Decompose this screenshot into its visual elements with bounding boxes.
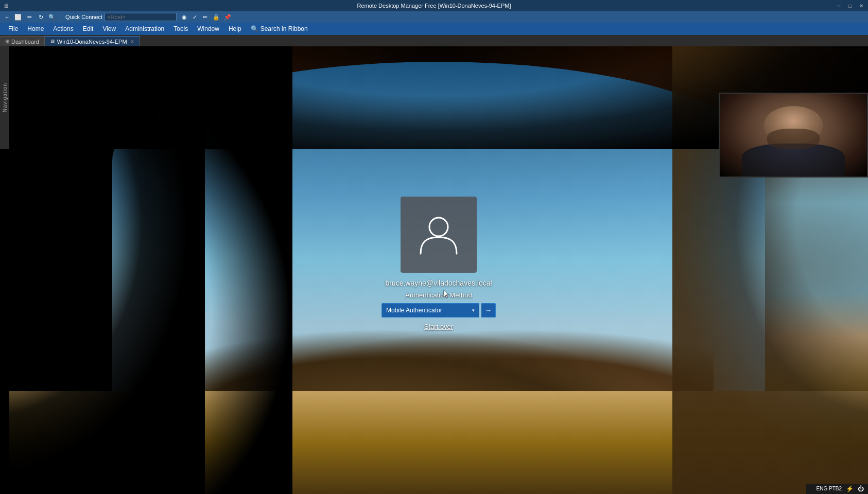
- toolbar: ＋ ⬜ ✏ ↻ 🔍 Quick Connect ◉ ✓ ✏ 🔒 📌: [0, 11, 868, 23]
- refresh-button[interactable]: ↻: [36, 12, 45, 22]
- tab-bar: ⊞ Dashboard 🖥 Win10-DonaNeves-94-EPM ✕: [0, 35, 868, 46]
- nav-panel: Navigation: [0, 46, 9, 149]
- search-ribbon-button[interactable]: 🔍 Search in Ribbon: [247, 24, 312, 33]
- search-button[interactable]: 🔍: [47, 12, 57, 22]
- user-avatar-icon: [415, 211, 462, 258]
- menu-window[interactable]: Window: [193, 24, 223, 33]
- open-button[interactable]: ⬜: [13, 12, 23, 22]
- person-simulation: [720, 94, 867, 177]
- search-ribbon-icon: 🔍: [251, 25, 258, 32]
- power-icon[interactable]: ⏻: [858, 485, 864, 492]
- webcam-overlay: [719, 93, 868, 178]
- check-button[interactable]: ✓: [190, 12, 199, 22]
- dashboard-tab-label: Dashboard: [11, 39, 39, 45]
- battery-icon[interactable]: ⚡: [846, 485, 854, 492]
- person-beard: [767, 129, 820, 149]
- pin-button[interactable]: 📌: [223, 12, 232, 22]
- lock-button[interactable]: 🔒: [212, 12, 221, 22]
- window-title: Remote Desktop Manager Free [Win10-DonaN…: [357, 3, 511, 9]
- rdp-tab-icon: 🖥: [50, 39, 55, 44]
- status-bar: ENG PTB2 ⚡ ⏻: [806, 484, 868, 494]
- menu-edit[interactable]: Edit: [79, 24, 98, 33]
- auth-dropdown-value: Mobile Authenticator: [386, 307, 442, 314]
- user-avatar-box: [401, 197, 477, 273]
- connect-button[interactable]: ◉: [180, 12, 189, 22]
- login-box: bruce.wayne@viladochaves.local Authentic…: [381, 197, 496, 330]
- auth-method-row: Mobile Authenticator ▾ →: [381, 303, 496, 317]
- pencil-button[interactable]: ✏: [200, 12, 210, 22]
- tab-win10-donaneves[interactable]: 🖥 Win10-DonaNeves-94-EPM ✕: [45, 36, 140, 46]
- maximize-button[interactable]: □: [846, 2, 854, 9]
- menu-help[interactable]: Help: [224, 24, 246, 33]
- menu-home[interactable]: Home: [23, 24, 48, 33]
- tab-close-button[interactable]: ✕: [130, 39, 134, 44]
- start-over-link[interactable]: Start over: [424, 323, 453, 330]
- auth-go-button[interactable]: →: [481, 303, 496, 317]
- menu-actions[interactable]: Actions: [49, 24, 77, 33]
- rdp-tab-label: Win10-DonaNeves-94-EPM: [57, 39, 127, 45]
- nav-panel-label: Navigation: [2, 83, 8, 112]
- auth-dropdown[interactable]: Mobile Authenticator ▾: [381, 303, 479, 317]
- auth-dropdown-wrapper: Mobile Authenticator ▾: [381, 303, 479, 317]
- webcam-feed: [720, 94, 867, 177]
- menu-tools[interactable]: Tools: [169, 24, 192, 33]
- search-ribbon-label: Search in Ribbon: [261, 25, 308, 32]
- auth-method-label: Authentication Method: [405, 291, 472, 299]
- beach: [9, 391, 868, 494]
- quick-connect-label: Quick Connect: [65, 14, 102, 20]
- toolbar-separator: [60, 13, 60, 21]
- dashboard-tab-icon: ⊞: [5, 39, 9, 44]
- app-logo: 🖥: [3, 3, 9, 9]
- title-bar-controls: ─ □ ✕: [835, 2, 865, 9]
- cave-left: [9, 46, 205, 494]
- menu-view[interactable]: View: [98, 24, 120, 33]
- menu-administration[interactable]: Administration: [121, 24, 168, 33]
- cave-wall-left: [9, 46, 148, 494]
- menu-bar: File Home Actions Edit View Administrati…: [0, 23, 868, 35]
- toolbar-icon-group: ◉ ✓ ✏: [180, 12, 210, 22]
- username-display: bruce.wayne@viladochaves.local: [385, 279, 492, 287]
- main-content: bruce.wayne@viladochaves.local Authentic…: [9, 46, 868, 494]
- language-indicator: ENG PTB2: [817, 486, 842, 491]
- quick-connect-input[interactable]: [105, 13, 177, 21]
- title-bar: 🖥 Remote Desktop Manager Free [Win10-Don…: [0, 0, 868, 11]
- menu-file[interactable]: File: [4, 24, 22, 33]
- minimize-button[interactable]: ─: [835, 2, 842, 9]
- cave-arch-left: [138, 46, 292, 494]
- new-button[interactable]: ＋: [2, 12, 11, 22]
- edit-button[interactable]: ✏: [25, 12, 34, 22]
- svg-point-0: [429, 218, 448, 236]
- close-button[interactable]: ✕: [858, 2, 865, 9]
- title-bar-left: 🖥: [3, 3, 9, 9]
- chevron-down-icon: ▾: [472, 308, 475, 313]
- tab-dashboard[interactable]: ⊞ Dashboard: [0, 36, 45, 46]
